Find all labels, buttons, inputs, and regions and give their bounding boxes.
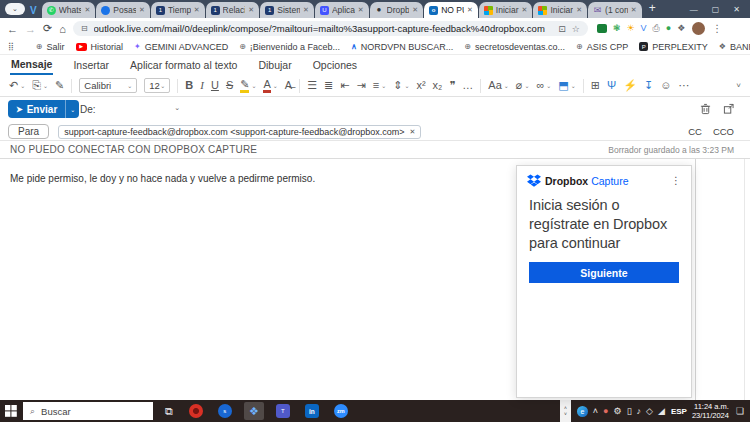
down-arrow-icon[interactable]: ↧ (644, 80, 653, 91)
font-size-combo[interactable]: 12⌄ (144, 78, 170, 93)
browser-tab[interactable]: oNO PUE...✕ (424, 2, 478, 18)
scroll-down-icon[interactable]: ˅ (564, 411, 567, 417)
browser-tab[interactable]: ●Dropbo...✕ (370, 2, 424, 18)
font-color-icon[interactable]: A⌄ (263, 79, 277, 93)
underline-icon[interactable]: U (211, 80, 219, 91)
strikethrough-icon[interactable]: S (226, 80, 233, 91)
bookmark-item[interactable]: ⊕ASIS CPP (576, 42, 628, 52)
linkedin-app[interactable]: in (302, 402, 322, 420)
back-button[interactable]: ← (7, 23, 18, 35)
browser-tab[interactable]: Iniciar s...✕ (479, 2, 533, 18)
home-button[interactable]: ⌂ (59, 23, 66, 35)
extensions-puzzle-icon[interactable]: ❖ (677, 24, 685, 33)
bookmark-item[interactable]: ⊕Salir (36, 42, 65, 52)
site-info-icon[interactable]: ⊟ (81, 24, 88, 33)
ext-leaf-icon[interactable]: ❃ (613, 24, 621, 33)
tab-close-icon[interactable]: ✕ (631, 6, 637, 14)
cco-button[interactable]: CCO (713, 126, 734, 137)
zoom-app[interactable]: zm (331, 402, 351, 420)
body-text[interactable]: Me pide permiso, le doy y no hace nada y… (10, 173, 315, 184)
increase-indent-icon[interactable]: ⇥ (357, 80, 366, 91)
battery-icon[interactable]: ▯ (627, 407, 632, 416)
browser-tab[interactable]: 1Sistema...✕ (260, 2, 314, 18)
ext-sun-icon[interactable]: ☀ (626, 24, 634, 33)
table-icon[interactable]: ⊞ (591, 80, 600, 91)
network-icon[interactable]: ◢ (658, 407, 665, 416)
app-blue[interactable]: s (215, 402, 235, 420)
dropbox-tray-icon[interactable]: ◇ (646, 407, 653, 416)
tab-close-icon[interactable]: ✕ (576, 6, 582, 14)
open-in-new-window-icon[interactable] (723, 103, 734, 115)
edge-tray-icon[interactable]: e (577, 406, 588, 417)
tab-close-icon[interactable]: ✕ (303, 6, 309, 14)
more-options-icon[interactable]: ⋯ (678, 80, 689, 91)
url-field[interactable]: ⊟ outlook.live.com/mail/0/deeplink/compo… (73, 21, 588, 36)
attach-icon[interactable]: ⌀⌄ (516, 80, 530, 91)
subject-input[interactable]: NO PUEDO CONECTAR CON DROPBOX CAPTURE (10, 144, 257, 155)
minimize-button[interactable]: — (690, 5, 698, 14)
bookmark-item[interactable]: ❖BANRESERVAS (719, 42, 750, 52)
bookmark-item[interactable]: ▶Historial (76, 42, 124, 52)
bookmark-item[interactable]: PPERPLEXITY (639, 42, 708, 52)
ext-green-dot-icon[interactable]: ● (666, 24, 671, 33)
link-icon[interactable]: ∞⌄ (536, 80, 551, 91)
clock[interactable]: 11:24 a.m. 23/11/2024 (689, 402, 732, 420)
bookmark-item[interactable]: ✦GEMINI ADVANCED (134, 42, 228, 52)
lightbulb-icon[interactable]: ⚡ (623, 80, 637, 91)
tab-close-icon[interactable]: ✕ (194, 6, 200, 14)
notification-center-icon[interactable]: ❏ (732, 406, 750, 416)
bookmark-item[interactable]: ∧NORDVPN BUSCAR... (351, 42, 453, 52)
clear-formatting-icon[interactable]: A̶ (285, 80, 292, 91)
teams-app[interactable]: T (273, 402, 293, 420)
settings-gear-icon[interactable]: ⚙ (614, 407, 622, 416)
folder-icon[interactable]: ⬒⌄ (558, 80, 575, 91)
forward-button[interactable]: → (25, 23, 36, 35)
start-button[interactable] (5, 405, 17, 417)
ext-blue-v-icon[interactable]: V (641, 24, 647, 33)
format-painter-icon[interactable]: ✎ (55, 80, 64, 91)
dropbox-capture-app[interactable]: ❖ (244, 402, 264, 420)
browser-tab[interactable]: ✉(1 corre...✕ (588, 2, 642, 18)
highlight-icon[interactable]: ✎⌄ (240, 79, 256, 93)
tab-close-icon[interactable]: ✕ (412, 6, 418, 14)
ribbon-tab-mensaje[interactable]: Mensaje (10, 55, 53, 75)
send-to-device-icon[interactable]: ⊡ (558, 24, 566, 34)
browser-tab[interactable]: ✆WhatsA...✕ (42, 2, 96, 18)
dialog-menu-icon[interactable]: ⋮ (671, 175, 681, 186)
dictate-icon[interactable]: Ψ (607, 80, 616, 91)
tab-close-icon[interactable]: ✕ (522, 6, 528, 14)
more-formatting-icon[interactable]: … (462, 80, 473, 91)
reload-button[interactable]: ⟳ (43, 22, 52, 35)
close-button[interactable]: ✕ (733, 5, 740, 14)
tab-close-icon[interactable]: ✕ (358, 6, 364, 14)
ribbon-tab-aplicar-formato-al-texto[interactable]: Aplicar formato al texto (129, 56, 238, 74)
browser-tab[interactable]: Iniciar s...✕ (533, 2, 587, 18)
browser-menu-icon[interactable]: ⋮ (712, 23, 722, 34)
volume-icon[interactable]: ♪ (637, 407, 642, 416)
hidden-icons-chevron[interactable]: ˄ (593, 407, 598, 416)
bookmark-star-icon[interactable]: ☆ (572, 24, 580, 34)
tab-close-icon[interactable]: ✕ (248, 6, 254, 14)
line-spacing-icon[interactable]: ⇕⌄ (393, 80, 409, 91)
send-options-caret[interactable]: ⌄ (65, 100, 79, 118)
tray-scrollbar[interactable]: ˄ ˅ (560, 400, 571, 422)
next-button[interactable]: Siguiente (529, 262, 679, 283)
browser-tab[interactable]: 1Relacion...✕ (206, 2, 260, 18)
tab-close-icon[interactable]: ✕ (84, 6, 90, 14)
numbered-list-icon[interactable]: ≣ (324, 80, 333, 91)
tab-close-icon[interactable]: ✕ (139, 6, 145, 14)
bookmark-item[interactable]: ⊕secretosdeventas.co... (464, 42, 565, 52)
ribbon-tab-dibujar[interactable]: Dibujar (257, 56, 292, 74)
profile-avatar[interactable] (692, 22, 705, 35)
superscript-icon[interactable]: x² (416, 80, 425, 91)
send-button[interactable]: ➤ Enviar ⌄ (8, 100, 79, 118)
collapse-toolbar-icon[interactable]: ˅ (736, 81, 741, 90)
browser-tab[interactable]: UAplicac...✕ (315, 2, 369, 18)
recipient-chip[interactable]: support-capture-feedback@dropbox.com <su… (58, 125, 421, 139)
ext-green-box-icon[interactable] (597, 24, 607, 33)
maximize-button[interactable]: ▢ (712, 5, 720, 14)
align-icon[interactable]: ≡⌄ (373, 80, 386, 91)
bullet-list-icon[interactable]: ☰ (307, 80, 317, 91)
language-indicator[interactable]: ESP (669, 407, 689, 416)
send-button-main[interactable]: ➤ Enviar (8, 100, 65, 118)
